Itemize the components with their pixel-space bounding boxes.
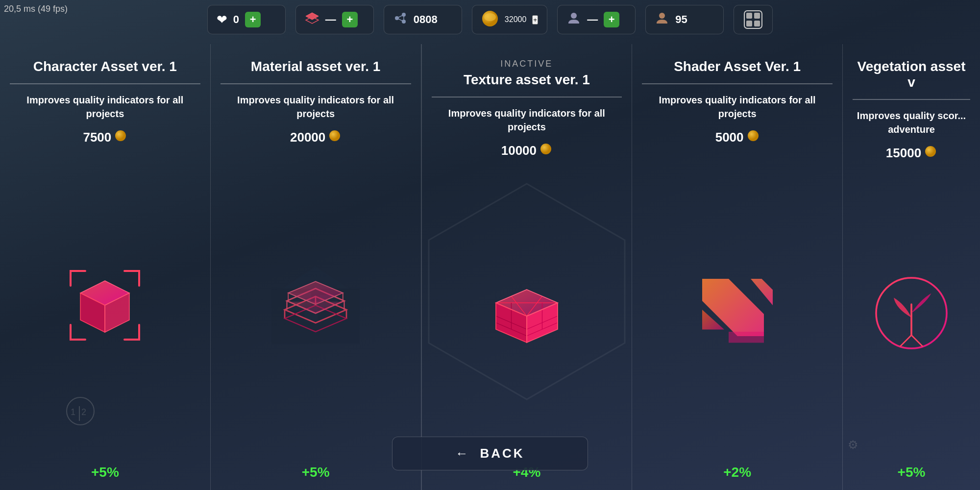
card-shader-description: Improves quality indicators for all proj…: [642, 93, 833, 121]
coin-value: 32000: [505, 15, 527, 24]
card-vegetation-asset[interactable]: Vegetation asset v Improves quality scor…: [843, 44, 980, 490]
health-value: 0: [233, 13, 239, 26]
card-vegetation-icon-area: [867, 166, 956, 460]
layers-add-button[interactable]: +: [342, 12, 358, 27]
svg-marker-68: [729, 332, 764, 343]
cost-coin-icon3: [539, 143, 552, 159]
card-shader-divider: [642, 83, 833, 84]
svg-marker-0: [306, 13, 318, 20]
coin-icon: [481, 10, 499, 29]
card-shader-title: Shader Asset Ver. 1: [674, 59, 801, 74]
card-texture-asset[interactable]: INACTIVE Texture asset ver. 1 Improves q…: [421, 44, 633, 490]
card-shader-asset[interactable]: Shader Asset Ver. 1 Improves quality ind…: [632, 44, 843, 490]
svg-point-48: [540, 144, 551, 154]
nodes-value: 0808: [414, 13, 438, 26]
svg-point-11: [659, 13, 665, 19]
coins-add-button[interactable]: +: [532, 15, 538, 24]
top-hud: ❤ 0 + — + 0808: [0, 0, 980, 39]
svg-point-64: [748, 130, 759, 141]
svg-line-6: [397, 18, 404, 22]
card-material-cost: 20000: [290, 129, 341, 146]
svg-text:⚙: ⚙: [848, 438, 858, 451]
svg-line-5: [397, 15, 404, 18]
card-vegetation-cost: 15000: [886, 145, 937, 161]
performance-counter: 20,5 ms (49 fps): [4, 4, 68, 14]
svg-marker-30: [283, 267, 349, 289]
card-material-title: Material asset ver. 1: [251, 59, 381, 74]
card-shader-icon-area: [693, 150, 782, 460]
back-button[interactable]: ← BACK: [392, 437, 588, 470]
cards-container: Character Asset ver. 1 Improves quality …: [0, 44, 980, 490]
card-vegetation-divider: [853, 99, 970, 100]
card-texture-divider: [432, 97, 622, 98]
card-material-icon-area: [271, 150, 360, 460]
user-add-button[interactable]: +: [604, 12, 619, 27]
card-texture-icon-area: [483, 164, 571, 460]
back-arrow-icon: ←: [455, 446, 470, 461]
svg-rect-14: [754, 13, 760, 19]
svg-rect-16: [754, 21, 760, 26]
card-texture-description: Improves quality indicators for all proj…: [432, 106, 622, 134]
svg-rect-33: [305, 306, 318, 322]
hud-nodes: 0808: [384, 5, 462, 34]
user-icon: [566, 11, 581, 29]
svg-rect-13: [746, 13, 752, 19]
user-value: —: [587, 13, 598, 26]
cube-icon: [61, 261, 149, 349]
svg-point-28: [329, 130, 340, 141]
card-texture-cost: 10000: [501, 143, 552, 159]
inactive-label: INACTIVE: [500, 59, 553, 69]
plant-icon: [867, 269, 956, 357]
card-character-cost: 7500: [83, 129, 127, 146]
rank-icon: 1 2: [66, 396, 95, 430]
layers-icon: [305, 11, 319, 29]
user2-icon: [655, 11, 669, 29]
card-material-description: Improves quality indicators for all proj…: [220, 93, 411, 121]
user2-value: 95: [675, 13, 687, 26]
hud-coins: 32000 +: [472, 5, 547, 34]
health-add-button[interactable]: +: [245, 12, 261, 27]
card-character-asset[interactable]: Character Asset ver. 1 Improves quality …: [0, 44, 211, 490]
cost-coin-icon5: [924, 145, 937, 161]
card-vegetation-bonus: +5%: [898, 465, 926, 480]
svg-rect-32: [320, 295, 338, 308]
svg-text:2: 2: [81, 407, 86, 417]
hud-user: — +: [557, 5, 636, 34]
card-material-bonus: +5%: [302, 465, 330, 480]
card-character-title: Character Asset ver. 1: [33, 59, 177, 74]
card-vegetation-title: Vegetation asset v: [853, 59, 970, 90]
shader-icon: [693, 261, 782, 349]
card-character-description: Improves quality indicators for all proj…: [10, 93, 200, 121]
cost-coin-icon2: [328, 129, 341, 146]
card-character-bonus: +5%: [91, 465, 119, 480]
card-character-divider: [10, 83, 200, 84]
card-material-divider: [220, 83, 411, 84]
card-vegetation-description: Improves quality scor...adventure: [857, 109, 966, 136]
hud-health: ❤ 0 +: [207, 5, 286, 34]
svg-rect-15: [746, 21, 752, 26]
cost-coin-icon: [114, 129, 127, 146]
svg-text:1: 1: [71, 407, 75, 417]
svg-point-69: [925, 146, 936, 157]
cost-coin-icon4: [747, 129, 760, 146]
hud-profile[interactable]: [734, 5, 773, 34]
card-texture-title: Texture asset ver. 1: [464, 72, 590, 88]
card-character-icon-area: 1 2: [61, 150, 149, 460]
card-material-asset[interactable]: Material asset ver. 1 Improves quality i…: [211, 44, 421, 490]
bricks-icon: [483, 268, 571, 356]
svg-point-17: [115, 130, 126, 141]
card-shader-bonus: +2%: [723, 465, 751, 480]
heart-icon: ❤: [217, 12, 227, 27]
svg-point-10: [571, 13, 577, 19]
svg-point-9: [484, 13, 496, 21]
hud-user2: 95: [645, 5, 724, 34]
layers-value: —: [325, 13, 336, 26]
back-btn-container: ← BACK: [392, 437, 588, 470]
card-shader-cost: 5000: [715, 129, 760, 146]
nodes-icon: [393, 11, 408, 29]
room-bg: [271, 150, 360, 460]
back-label: BACK: [480, 446, 524, 461]
hud-layers: — +: [295, 5, 374, 34]
